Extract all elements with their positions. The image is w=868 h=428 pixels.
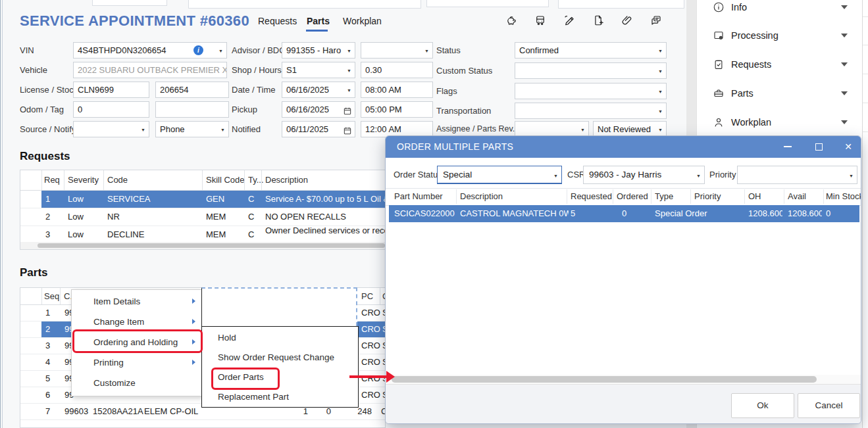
sidebar-item-info[interactable]: Info <box>697 0 862 18</box>
chevron-down-icon[interactable] <box>841 120 848 124</box>
col-type[interactable]: Type <box>655 188 689 205</box>
info-icon <box>713 1 725 13</box>
csr-dropdown[interactable]: 99603 - Jay Harris ▼ <box>583 166 705 184</box>
advisor-dropdown[interactable]: 991355 - Haro ▼ <box>282 42 355 59</box>
time-field[interactable]: 08:00 AM <box>361 82 433 98</box>
col-avail[interactable]: Avail <box>788 188 822 205</box>
sidebar-item-processing[interactable]: Processing <box>697 28 862 47</box>
minimize-button[interactable] <box>778 136 798 158</box>
cell-oh: 1208.600 <box>748 205 782 222</box>
cell-ordered: 0 <box>622 205 648 222</box>
col-min-stock[interactable]: Min Stock <box>826 188 861 205</box>
flags-label: Flags <box>436 83 457 99</box>
tab-workplan[interactable]: Workplan <box>343 16 382 26</box>
bdc-dropdown[interactable]: ▼ <box>361 42 433 59</box>
active-tab-underline <box>306 30 328 32</box>
piggy-bank-icon[interactable] <box>505 14 517 26</box>
menu-item-item-details[interactable]: Item Details <box>72 291 202 312</box>
chevron-down-icon[interactable] <box>841 62 848 66</box>
sidebar-item-workplan[interactable]: Workplan <box>697 115 862 133</box>
tab-parts[interactable]: Parts <box>307 16 330 26</box>
order-status-dropdown[interactable]: Special ▼ <box>437 166 562 184</box>
service-appointment-screen: SERVICE APPOINTMENT #60360 Requests Part… <box>0 0 868 428</box>
submenu-arrow-icon <box>192 360 195 365</box>
col-seq[interactable]: Seq <box>44 288 59 304</box>
submenu-item-hold[interactable]: Hold <box>202 328 358 348</box>
tab-requests[interactable]: Requests <box>258 16 297 26</box>
status-dropdown[interactable]: Confirmed ▼ <box>515 42 667 59</box>
sidebar-item-parts[interactable]: Parts <box>697 86 862 105</box>
requests-hscrollbar[interactable] <box>20 242 385 249</box>
col-code[interactable]: Code <box>107 170 128 190</box>
close-icon[interactable]: ✕ <box>838 136 858 158</box>
menu-item-customize[interactable]: Customize <box>72 373 202 393</box>
col-severity[interactable]: Severity <box>68 170 99 190</box>
chevron-down-icon: ▼ <box>141 128 145 132</box>
chevron-down-icon[interactable] <box>841 34 848 37</box>
col-pc[interactable]: PC <box>361 288 373 304</box>
calendar-icon[interactable] <box>343 105 352 114</box>
cancel-button[interactable]: Cancel <box>798 393 860 418</box>
hours-field[interactable]: 0.30 <box>361 62 433 78</box>
col-description[interactable]: Description <box>265 170 308 190</box>
submenu-item-show-order-request-change[interactable]: Show Order Request Change <box>202 348 358 368</box>
paperclip-icon[interactable] <box>621 14 633 26</box>
pickup-time-field[interactable]: 05:00 PM <box>361 101 433 118</box>
top-cutoff-field <box>188 0 421 9</box>
ok-button[interactable]: Ok <box>731 393 794 418</box>
license-field[interactable]: CLN9699 <box>73 82 149 98</box>
calendar-icon[interactable] <box>343 125 352 134</box>
col-priority[interactable]: Priority <box>694 188 742 205</box>
submenu-item-replacement-part[interactable]: Replacement Part <box>202 387 358 407</box>
chevron-down-icon: ▼ <box>347 88 351 93</box>
col-part-number[interactable]: Part Number <box>394 188 455 205</box>
pickup-date-field[interactable]: 06/16/2025 <box>282 101 355 118</box>
priority-dropdown[interactable]: ▼ <box>737 166 857 184</box>
col-oh[interactable]: OH <box>748 188 782 205</box>
scrollbar-thumb[interactable] <box>392 376 817 383</box>
shuttle-bus-icon[interactable] <box>534 14 546 26</box>
chevron-down-icon[interactable]: ▼ <box>218 49 223 53</box>
shop-dropdown[interactable]: S1 ▼ <box>282 62 355 78</box>
left-border-inner <box>2 0 3 428</box>
odom-field[interactable]: 0 <box>73 101 149 118</box>
dialog-titlebar[interactable]: ORDER MULTIPLE PARTS ✕ <box>386 136 861 158</box>
cell-min-stock: 0 <box>826 205 852 222</box>
file-add-icon[interactable] <box>592 14 604 26</box>
source-dropdown[interactable]: ▼ <box>73 121 149 137</box>
info-icon[interactable]: i <box>193 45 203 55</box>
dialog-hscrollbar[interactable] <box>386 375 861 384</box>
maximize-button[interactable] <box>809 136 829 158</box>
vin-field[interactable]: 4S4BTHPD0N3206654 i ▼ <box>73 42 227 59</box>
custom-status-dropdown[interactable]: ▼ <box>515 62 667 79</box>
tag-field[interactable] <box>155 101 229 118</box>
col-skill-code[interactable]: Skill Code <box>206 170 245 190</box>
col-requested[interactable]: Requested <box>571 188 613 205</box>
chevron-down-icon: ▼ <box>580 128 585 132</box>
dialog-footer: Ok Cancel <box>386 384 861 424</box>
table-row[interactable]: 3 Low DECLINE MEM C Owner Declined servi… <box>41 226 386 243</box>
scrollbar-thumb[interactable] <box>38 243 385 248</box>
submenu-placeholder-box <box>201 287 357 326</box>
comments-icon[interactable] <box>650 14 662 26</box>
date-dropdown[interactable]: 06/16/2025 ▼ <box>282 82 355 98</box>
menu-item-printing[interactable]: Printing <box>72 352 202 373</box>
table-row[interactable]: 1 Low SERVICEA GEN C Service A- $70.00 u… <box>41 191 386 208</box>
notify-dropdown[interactable]: Phone ▼ <box>155 121 229 137</box>
flags-dropdown[interactable]: ▼ <box>515 83 667 99</box>
col-req[interactable]: Req <box>44 170 60 190</box>
source-notify-label: Source / Notify <box>20 121 76 137</box>
chevron-down-icon[interactable] <box>841 5 848 9</box>
submenu-arrow-icon <box>192 298 195 304</box>
notified-date-field[interactable]: 06/11/2025 <box>282 121 355 137</box>
sidebar-item-requests[interactable]: Requests <box>697 57 862 76</box>
parts-heading: Parts <box>20 266 48 279</box>
stock-field[interactable]: 206654 <box>155 82 229 98</box>
chevron-down-icon[interactable] <box>841 91 848 95</box>
dialog-title: ORDER MULTIPLE PARTS <box>397 136 513 158</box>
pencil-edit-icon[interactable] <box>563 14 575 26</box>
col-ordered[interactable]: Ordered <box>617 188 652 205</box>
transportation-dropdown[interactable]: ▼ <box>515 103 667 119</box>
col-description[interactable]: Description <box>460 188 565 205</box>
vehicle-field[interactable]: 2022 SUBARU OUTBACK PREMIER XT ( <box>73 62 227 78</box>
